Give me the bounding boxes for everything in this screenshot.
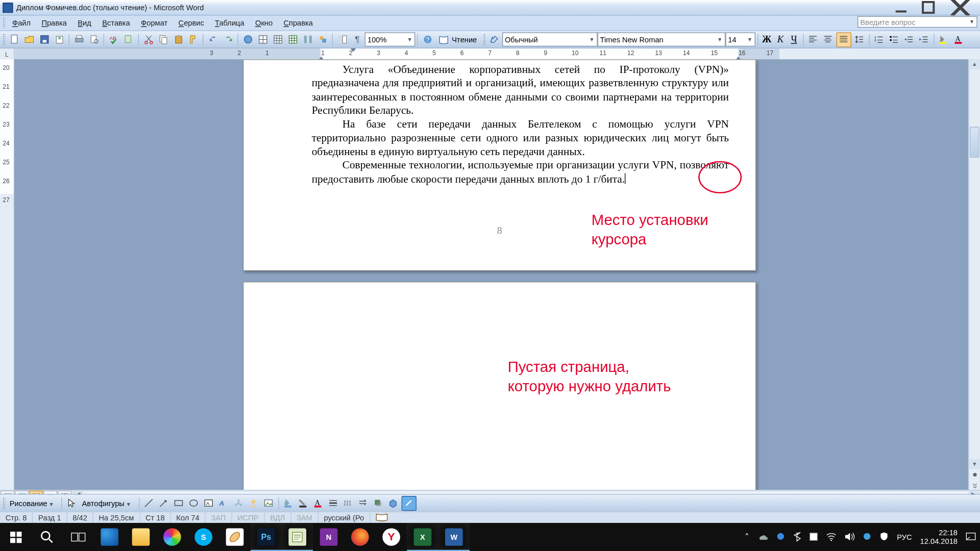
underline-button[interactable]: Ч	[788, 33, 800, 46]
line-tool-button[interactable]	[142, 496, 156, 510]
research-button[interactable]	[122, 33, 136, 46]
align-center-button[interactable]	[821, 33, 835, 46]
style-combo[interactable]: Обычный▼	[502, 32, 598, 46]
print-preview-button[interactable]	[87, 33, 101, 46]
status-lang[interactable]: русский (Ро	[318, 512, 371, 523]
fill-color-button[interactable]	[282, 496, 296, 510]
select-browse-object-button[interactable]	[969, 470, 980, 480]
open-button[interactable]	[22, 33, 36, 46]
taskbar-notepadpp[interactable]	[282, 523, 313, 551]
undo-button[interactable]	[206, 33, 220, 46]
increase-indent-button[interactable]	[917, 33, 931, 46]
toolbar-grip[interactable]	[3, 33, 5, 45]
document-area[interactable]: Услуга «Объединение корпоративных сетей …	[14, 59, 969, 490]
menu-edit[interactable]: Правка	[36, 17, 72, 28]
oval-tool-button[interactable]	[187, 496, 201, 510]
paste-button[interactable]	[172, 33, 185, 46]
line-style-button[interactable]	[327, 496, 340, 510]
bulleted-list-button[interactable]	[887, 33, 901, 46]
cut-button[interactable]	[141, 33, 155, 46]
taskbar-firefox[interactable]	[345, 523, 376, 551]
tray-app2-icon[interactable]	[809, 532, 818, 542]
tray-defender-icon[interactable]	[880, 532, 889, 542]
status-ext[interactable]: ВДЛ	[264, 512, 291, 523]
tray-clock[interactable]: 22:18 12.04.2018	[920, 529, 958, 545]
align-justify-button[interactable]	[836, 32, 851, 47]
task-view-button[interactable]	[63, 523, 94, 551]
ink-button[interactable]	[401, 495, 416, 510]
arrow-tool-button[interactable]	[157, 496, 171, 510]
insert-picture-button[interactable]	[262, 496, 276, 510]
wordart-button[interactable]: A	[217, 496, 231, 510]
print-button[interactable]	[72, 33, 86, 46]
arrow-style-button[interactable]	[356, 496, 370, 510]
status-trk[interactable]: ИСПР	[232, 512, 264, 523]
numbered-list-button[interactable]: 12	[872, 33, 886, 46]
ruler-tab-selector[interactable]: L	[0, 48, 14, 60]
insert-table-button[interactable]	[271, 33, 285, 46]
line-color-button[interactable]	[297, 496, 310, 510]
menu-file[interactable]: Файл	[7, 17, 36, 28]
tray-language[interactable]: РУС	[897, 533, 912, 541]
menu-table[interactable]: Таблица	[209, 17, 250, 28]
copy-button[interactable]	[157, 33, 170, 46]
select-objects-button[interactable]	[65, 496, 79, 510]
menu-window[interactable]: Окно	[250, 17, 278, 28]
align-left-button[interactable]	[806, 33, 820, 46]
next-page-button[interactable]	[969, 481, 980, 491]
status-ovr[interactable]: ЗАМ	[291, 512, 318, 523]
vertical-scrollbar[interactable]: ▲ ▼	[968, 59, 980, 490]
menu-view[interactable]: Вид	[72, 17, 97, 28]
drawbar-grip[interactable]	[3, 497, 5, 509]
redo-button[interactable]	[221, 33, 235, 46]
taskbar-explorer[interactable]	[125, 523, 156, 551]
rectangle-tool-button[interactable]	[172, 496, 186, 510]
horizontal-ruler[interactable]: 3211234567891011121314151617	[14, 48, 980, 60]
menu-insert[interactable]: Вставка	[97, 17, 136, 28]
drawing-menu[interactable]: Рисование▼	[7, 499, 59, 507]
decrease-indent-button[interactable]	[902, 33, 916, 46]
textbox-tool-button[interactable]: A	[202, 496, 216, 510]
font-color-button[interactable]: A	[952, 33, 966, 46]
window-minimize-button[interactable]	[893, 3, 909, 12]
reading-layout-button[interactable]: Чтение	[435, 33, 480, 46]
taskbar-paint[interactable]	[219, 523, 250, 551]
status-rec[interactable]: ЗАП	[206, 512, 232, 523]
window-close-button[interactable]	[947, 3, 973, 12]
italic-button[interactable]: К	[774, 33, 787, 46]
taskbar-skype[interactable]: S	[188, 523, 219, 551]
toolbar-grip-2[interactable]	[483, 33, 485, 45]
ask-a-question-box[interactable]: Введите вопрос ▼	[857, 16, 977, 28]
spelling-status-icon[interactable]	[376, 512, 388, 522]
columns-button[interactable]	[301, 33, 314, 46]
taskbar-paintnet[interactable]	[157, 523, 188, 551]
clipart-button[interactable]	[247, 496, 261, 510]
autoshapes-menu[interactable]: Автофигуры▼	[79, 499, 137, 507]
drawing-toggle-button[interactable]	[316, 33, 330, 46]
shadow-style-button[interactable]	[372, 496, 385, 510]
help-button[interactable]: ?	[421, 33, 434, 46]
menu-help[interactable]: Справка	[278, 17, 318, 28]
font-combo[interactable]: Times New Roman▼	[597, 32, 725, 46]
scroll-up-button[interactable]: ▲	[969, 59, 980, 69]
tray-bluetooth-icon[interactable]	[794, 531, 801, 542]
taskbar-excel[interactable]: X	[407, 523, 438, 551]
tray-onedrive-icon[interactable]	[757, 532, 768, 541]
taskbar-edge[interactable]	[94, 523, 125, 551]
scroll-down-button[interactable]: ▼	[969, 459, 980, 469]
menu-tools[interactable]: Сервис	[173, 17, 210, 28]
font-color-draw-button[interactable]: A	[311, 496, 325, 510]
diagram-button[interactable]	[232, 496, 246, 510]
tray-show-hidden-icon[interactable]: ˄	[745, 532, 749, 542]
tray-volume-icon[interactable]	[845, 532, 855, 542]
dash-style-button[interactable]	[341, 496, 355, 510]
taskbar-photoshop[interactable]: Ps	[251, 523, 282, 551]
zoom-combo[interactable]: 100%▼	[365, 32, 415, 46]
3d-style-button[interactable]	[386, 496, 400, 510]
permissions-button[interactable]	[53, 33, 66, 46]
vertical-ruler[interactable]: 2021222324252627	[0, 59, 14, 490]
taskbar-word[interactable]: W	[438, 523, 470, 551]
new-doc-button[interactable]	[8, 33, 21, 46]
tray-app1-icon[interactable]	[776, 532, 785, 542]
bold-button[interactable]: Ж	[761, 33, 773, 46]
